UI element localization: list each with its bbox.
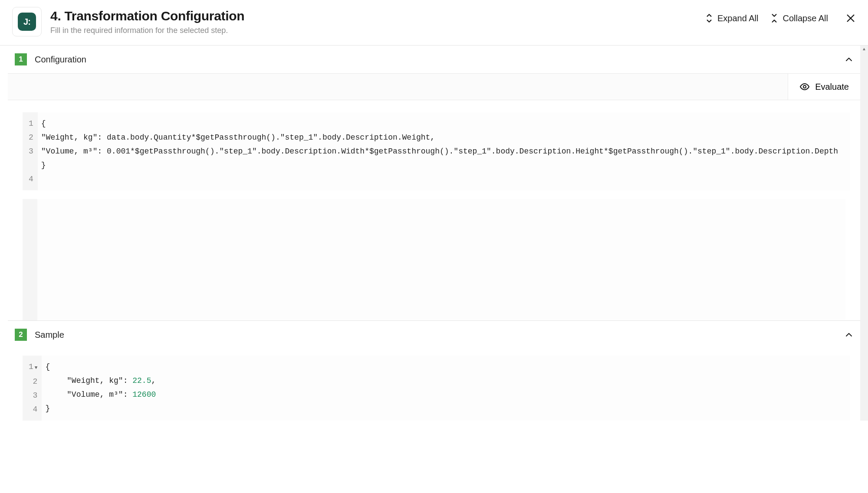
step-badge-2: 2 [15, 329, 27, 341]
evaluate-button[interactable]: Evaluate [788, 74, 860, 100]
close-icon [845, 13, 856, 23]
sample-code-viewer[interactable]: 1▼ 2 3 4 { "Weight, kg": 22.5, "Volume, … [23, 356, 850, 421]
section-header-configuration[interactable]: 1 Configuration [0, 46, 868, 73]
line-gutter: 1 2 3 4 [23, 112, 38, 190]
eye-icon [799, 82, 810, 92]
svg-point-2 [803, 85, 806, 88]
chevron-up-icon [845, 55, 853, 64]
header-actions: Expand All Collapse All [705, 7, 856, 23]
app-logo: J: [12, 7, 42, 36]
page-header: J: 4. Transformation Configuration Fill … [0, 0, 868, 46]
configuration-toolbar: Evaluate [8, 73, 860, 100]
fold-toggle-icon[interactable]: ▼ [35, 361, 38, 375]
collapse-all-button[interactable]: Collapse All [770, 13, 828, 23]
evaluate-label: Evaluate [815, 82, 849, 92]
expand-all-button[interactable]: Expand All [705, 13, 759, 23]
section-title-configuration: Configuration [35, 55, 837, 65]
step-badge-1: 1 [15, 53, 27, 65]
line-gutter: 1▼ 2 3 4 [23, 356, 42, 421]
code-body[interactable]: {"Weight, kg": data.body.Quantity*$getPa… [38, 112, 850, 190]
expand-all-label: Expand All [717, 13, 759, 23]
page-subtitle: Fill in the required information for the… [50, 26, 697, 35]
configuration-code-editor[interactable]: 1 2 3 4 {"Weight, kg": data.body.Quantit… [23, 112, 850, 190]
sample-code-body: { "Weight, kg": 22.5, "Volume, m³": 1260… [42, 356, 850, 421]
section-header-sample[interactable]: 2 Sample [0, 321, 868, 349]
scrollbar-track[interactable]: ▲ [860, 46, 868, 421]
page-title: 4. Transformation Configuration [50, 9, 697, 23]
collapse-icon [770, 13, 778, 23]
expand-icon [705, 13, 713, 23]
section-title-sample: Sample [35, 330, 837, 340]
scroll-up-icon: ▲ [860, 46, 868, 51]
title-block: 4. Transformation Configuration Fill in … [50, 7, 697, 35]
content-area: ▲ 1 Configuration Evaluate 1 2 3 4 {"Wei… [0, 46, 868, 421]
editor-empty-space[interactable] [23, 199, 845, 320]
collapse-all-label: Collapse All [783, 13, 828, 23]
app-logo-glyph: J: [18, 13, 36, 31]
chevron-up-icon [845, 330, 853, 339]
close-button[interactable] [845, 13, 856, 23]
